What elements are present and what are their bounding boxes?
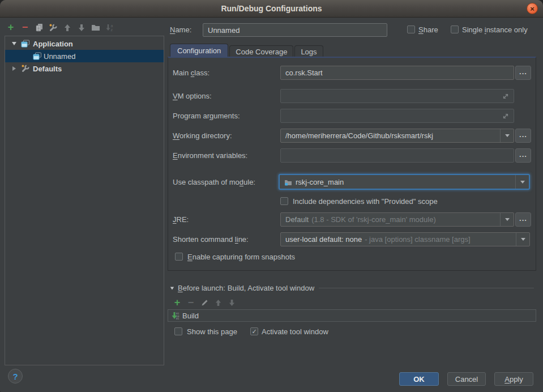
section-divider [319, 288, 534, 288]
ellipsis-icon: ... [519, 214, 527, 223]
copy-configuration-button[interactable] [34, 23, 44, 32]
remove-icon: − [22, 23, 28, 32]
tree-group-label: Defaults [33, 65, 62, 73]
tree-item-unnamed-selected[interactable]: Unnamed [5, 50, 164, 62]
edit-defaults-button[interactable] [48, 23, 58, 32]
program-arguments-input[interactable] [280, 109, 514, 123]
jre-combo[interactable]: Default (1.8 - SDK of 'rskj-core_main' m… [280, 212, 514, 227]
ok-button[interactable]: OK [399, 372, 439, 386]
task-row-build[interactable]: 01 10 01 Build [171, 312, 199, 320]
include-dependencies-checkbox[interactable] [280, 197, 288, 205]
edit-task-button[interactable] [200, 298, 208, 308]
add-task-button[interactable]: + [173, 298, 181, 308]
activate-tool-window-label: Activate tool window [262, 327, 328, 336]
expand-field-icon[interactable] [502, 93, 509, 100]
configuration-editor: Name: Unnamed Share Single instance only… [168, 0, 536, 392]
run-debug-configurations-dialog: Run/Debug Configurations × + − [0, 0, 543, 392]
activate-tool-window-checkbox[interactable]: ✓ [250, 327, 258, 335]
tab-configuration[interactable]: Configuration [170, 44, 228, 57]
arrow-down-icon [229, 299, 235, 306]
arrow-up-icon [64, 24, 71, 32]
dropdown-arrow-icon[interactable] [500, 213, 514, 226]
jre-browse-button[interactable]: ... [515, 212, 531, 227]
before-launch-toolbar: + − [173, 298, 236, 308]
tree-group-application[interactable]: Application [5, 37, 164, 50]
apply-button[interactable]: Apply [494, 372, 533, 386]
application-icon [33, 52, 42, 60]
environment-variables-browse-button[interactable]: ... [515, 148, 531, 163]
help-button[interactable]: ? [8, 369, 23, 384]
dropdown-arrow-icon[interactable] [516, 233, 529, 246]
tree-item-label: Unnamed [44, 52, 75, 61]
add-configuration-button[interactable]: + [6, 23, 16, 32]
sort-alphabetically-icon: a z [105, 23, 114, 32]
configurations-tree: Application Unnamed Defaults [5, 36, 164, 365]
enable-capturing-checkbox[interactable] [175, 253, 183, 261]
remove-task-button[interactable]: − [187, 298, 195, 308]
vm-options-label: VM options: [173, 92, 212, 100]
environment-variables-input[interactable] [280, 148, 514, 163]
tab-code-coverage[interactable]: Code Coverage [229, 45, 293, 57]
dropdown-arrow-icon[interactable] [500, 129, 514, 142]
name-label: Name: [170, 25, 191, 34]
ellipsis-icon: ... [519, 150, 527, 159]
single-instance-label: Single instance only [462, 25, 528, 34]
show-this-page-checkbox[interactable] [174, 327, 182, 335]
remove-configuration-button[interactable]: − [20, 23, 30, 32]
program-arguments-label: Program arguments: [173, 112, 240, 120]
vm-options-input[interactable] [280, 89, 514, 103]
before-launch-summary: Build, Activate tool window [228, 284, 314, 292]
task-label: Build [182, 312, 199, 320]
working-directory-browse-button[interactable]: ... [515, 129, 531, 143]
main-class-input[interactable]: co.rsk.Start [280, 66, 514, 80]
tree-group-label: Application [33, 40, 73, 48]
tab-bar: Configuration Code Coverage Logs [170, 44, 324, 57]
expand-field-icon[interactable] [502, 113, 509, 120]
move-task-up-button[interactable] [214, 298, 222, 308]
tree-expander-icon[interactable] [12, 42, 16, 45]
share-checkbox[interactable] [407, 25, 415, 33]
include-dependencies-label: Include dependencies with "Provided" sco… [293, 197, 438, 206]
svg-text:01: 01 [176, 317, 179, 320]
main-class-label: Main class: [173, 69, 209, 77]
environment-variables-label: Environment variables: [173, 151, 247, 160]
section-expander-icon[interactable] [170, 287, 174, 289]
ellipsis-icon: ... [519, 130, 527, 139]
add-icon: + [8, 23, 14, 32]
shorten-command-line-combo[interactable]: user-local default: none - java [options… [280, 232, 530, 246]
tree-group-defaults[interactable]: Defaults [5, 62, 164, 75]
sort-configurations-button[interactable]: a z [105, 23, 115, 32]
svg-text:a: a [111, 24, 113, 28]
create-folder-button[interactable] [91, 23, 101, 32]
wrench-icon [49, 23, 58, 32]
use-classpath-combo[interactable]: rskj-core_main [279, 174, 530, 190]
configurations-toolbar: + − [6, 23, 115, 32]
name-input[interactable]: Unnamed [203, 23, 387, 37]
build-icon: 01 10 01 [171, 312, 179, 320]
enable-capturing-label: Enable capturing form snapshots [187, 253, 295, 261]
pencil-icon [201, 299, 208, 306]
remove-icon: − [188, 299, 194, 307]
dropdown-arrow-icon[interactable] [515, 175, 529, 189]
move-task-down-button[interactable] [228, 298, 236, 308]
application-icon [21, 40, 30, 48]
help-icon: ? [12, 372, 18, 381]
before-launch-header[interactable]: Before launch: Build, Activate tool wind… [170, 284, 534, 292]
jre-label: JRE: [173, 215, 189, 224]
move-up-button[interactable] [62, 23, 72, 32]
arrow-up-icon [215, 299, 221, 306]
working-directory-label: Working directory: [173, 131, 232, 140]
tab-logs[interactable]: Logs [294, 45, 323, 57]
ellipsis-icon: ... [519, 67, 527, 76]
arrow-down-icon [78, 24, 85, 32]
before-launch-task-list: 01 10 01 Build [168, 309, 536, 322]
working-directory-combo[interactable]: /home/meriherrera/Code/Github/rsksmart/r… [280, 129, 514, 143]
tree-expander-icon[interactable] [12, 66, 16, 71]
move-down-button[interactable] [76, 23, 87, 32]
use-classpath-label: Use classpath of module: [173, 178, 255, 186]
before-launch-label: Before launch: [178, 284, 225, 292]
cancel-button[interactable]: Cancel [447, 372, 486, 386]
main-class-browse-button[interactable]: ... [515, 66, 531, 80]
shorten-command-line-label: Shorten command line: [173, 235, 249, 244]
single-instance-checkbox[interactable] [451, 25, 459, 33]
